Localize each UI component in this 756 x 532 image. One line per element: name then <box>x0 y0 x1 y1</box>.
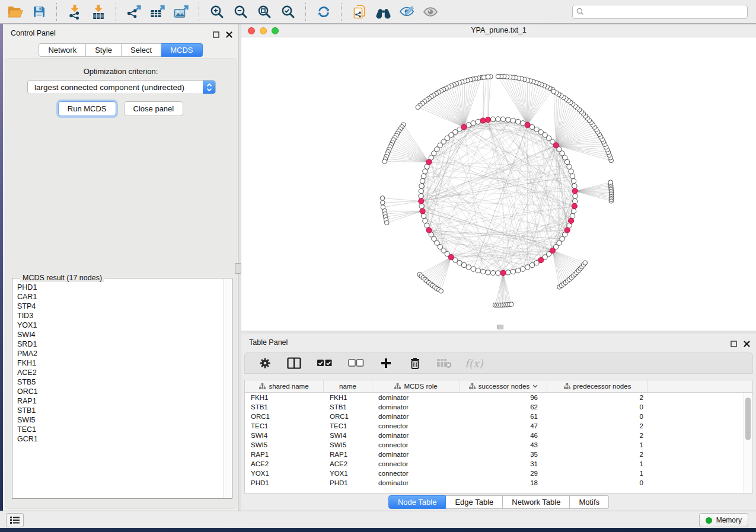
column-header-successor-nodes[interactable]: successor nodes <box>460 380 547 392</box>
list-item[interactable]: TID3 <box>17 311 224 321</box>
search-input[interactable] <box>572 5 748 19</box>
open-session-button[interactable] <box>4 2 27 21</box>
close-panel-button[interactable] <box>226 30 232 40</box>
close-panel-action-button[interactable]: Close panel <box>124 101 184 116</box>
tab-network-table[interactable]: Network Table <box>503 495 570 509</box>
cell-shared-name[interactable]: SWI5 <box>245 440 324 450</box>
criterion-select[interactable]: largest connected component (undirected) <box>27 80 216 94</box>
cell-successor-nodes[interactable]: 46 <box>460 431 547 440</box>
table-row[interactable]: ORC1ORC1dominator610 <box>245 412 752 421</box>
cell-shared-name[interactable]: SWI4 <box>245 431 324 440</box>
list-item[interactable]: ORC1 <box>17 387 224 396</box>
cell-successor-nodes[interactable]: 29 <box>460 469 547 478</box>
list-item[interactable]: SWI4 <box>17 330 224 339</box>
close-panel-button[interactable] <box>744 339 750 350</box>
cell-predecessor-nodes[interactable]: 0 <box>547 412 648 421</box>
cell-name[interactable]: ACE2 <box>324 459 372 469</box>
list-item[interactable]: PHD1 <box>17 283 224 292</box>
table-row[interactable]: STB1STB1dominator620 <box>245 402 752 412</box>
table-row[interactable]: TEC1TEC1connector472 <box>245 421 752 431</box>
cell-name[interactable]: TEC1 <box>324 421 372 431</box>
function-builder-button[interactable]: f(x) <box>465 357 483 370</box>
cell-name[interactable]: PHD1 <box>324 478 372 488</box>
cell-successor-nodes[interactable]: 62 <box>460 402 547 412</box>
cell-predecessor-nodes[interactable]: 1 <box>547 469 648 478</box>
list-item[interactable]: STB5 <box>17 377 224 387</box>
cell-name[interactable]: SWI5 <box>324 440 372 450</box>
export-table-button[interactable] <box>146 2 170 21</box>
cell-successor-nodes[interactable]: 61 <box>460 412 547 421</box>
list-item[interactable]: STB1 <box>17 406 224 415</box>
cell-successor-nodes[interactable]: 35 <box>460 450 547 459</box>
table-scrollbar-thumb[interactable] <box>745 398 751 440</box>
unselect-all-columns-button[interactable] <box>346 355 365 371</box>
cell-name[interactable]: FKH1 <box>324 393 372 402</box>
cell-shared-name[interactable]: ORC1 <box>245 412 324 421</box>
save-session-button[interactable] <box>27 2 51 21</box>
column-header-mcds-role[interactable]: MCDS role <box>372 380 460 392</box>
clone-network-button[interactable] <box>347 2 371 21</box>
cell-mcds-role[interactable]: dominator <box>372 393 460 402</box>
table-row[interactable]: RAP1RAP1dominator352 <box>245 450 752 459</box>
list-item[interactable]: GCR1 <box>17 434 224 444</box>
cell-mcds-role[interactable]: dominator <box>372 412 460 421</box>
cell-mcds-role[interactable]: dominator <box>372 450 460 459</box>
table-settings-button[interactable] <box>257 355 273 371</box>
refresh-layout-button[interactable] <box>312 2 336 21</box>
cell-predecessor-nodes[interactable]: 0 <box>547 402 648 412</box>
cell-mcds-role[interactable]: connector <box>372 440 460 450</box>
hide-selected-button[interactable] <box>395 2 419 21</box>
cell-name[interactable]: SWI4 <box>324 431 372 440</box>
cell-predecessor-nodes[interactable]: 2 <box>547 421 648 431</box>
list-item[interactable]: YOX1 <box>17 321 224 330</box>
tab-style[interactable]: Style <box>86 43 122 57</box>
cell-shared-name[interactable]: YOX1 <box>245 469 324 478</box>
table-row[interactable]: SWI4SWI4dominator462 <box>245 431 752 440</box>
float-panel-button[interactable] <box>213 30 219 40</box>
list-item[interactable]: STP4 <box>17 302 224 311</box>
list-item[interactable]: SRD1 <box>17 339 224 349</box>
import-network-button[interactable] <box>63 2 87 21</box>
create-column-button[interactable] <box>378 355 394 371</box>
zoom-out-button[interactable] <box>229 2 253 21</box>
cell-predecessor-nodes[interactable]: 1 <box>547 440 648 450</box>
tab-edge-table[interactable]: Edge Table <box>446 495 503 509</box>
table-row[interactable]: PHD1PHD1dominator180 <box>245 478 752 488</box>
list-item[interactable]: RAP1 <box>17 396 224 406</box>
cell-mcds-role[interactable]: dominator <box>372 431 460 440</box>
column-header-name[interactable]: name <box>324 380 372 392</box>
list-item[interactable]: TEC1 <box>17 425 224 434</box>
show-all-button[interactable] <box>419 2 442 21</box>
import-table-button[interactable] <box>87 2 110 21</box>
column-header-predecessor-nodes[interactable]: predecessor nodes <box>547 380 648 392</box>
memory-button[interactable]: Memory <box>699 513 748 527</box>
list-item[interactable]: FKH1 <box>17 358 224 368</box>
tab-node-table[interactable]: Node Table <box>388 495 446 509</box>
delete-column-button[interactable] <box>407 355 423 371</box>
export-image-button[interactable] <box>170 2 193 21</box>
tab-motifs[interactable]: Motifs <box>570 495 609 509</box>
network-graph[interactable] <box>241 37 756 331</box>
task-history-button[interactable] <box>6 513 24 527</box>
first-neighbors-button[interactable] <box>371 2 395 21</box>
tab-mcds[interactable]: MCDS <box>161 43 202 57</box>
cell-successor-nodes[interactable]: 47 <box>460 421 547 431</box>
table-row[interactable]: YOX1YOX1connector291 <box>245 469 752 478</box>
cell-shared-name[interactable]: ACE2 <box>245 459 324 469</box>
cell-name[interactable]: RAP1 <box>324 450 372 459</box>
cell-successor-nodes[interactable]: 18 <box>460 478 547 488</box>
cell-successor-nodes[interactable]: 96 <box>460 393 547 402</box>
cell-name[interactable]: YOX1 <box>324 469 372 478</box>
list-item[interactable]: PMA2 <box>17 349 224 358</box>
cell-mcds-role[interactable]: connector <box>372 469 460 478</box>
cell-predecessor-nodes[interactable]: 2 <box>547 431 648 440</box>
show-columns-button[interactable] <box>286 355 302 371</box>
network-canvas[interactable] <box>241 37 756 331</box>
float-panel-button[interactable] <box>731 339 737 350</box>
canvas-hscroll-thumb[interactable] <box>497 325 503 329</box>
list-scrollbar[interactable] <box>224 279 231 498</box>
table-row[interactable]: SWI5SWI5connector431 <box>245 440 752 450</box>
cell-predecessor-nodes[interactable]: 2 <box>547 393 648 402</box>
delete-table-button[interactable] <box>436 355 452 371</box>
cell-predecessor-nodes[interactable]: 0 <box>547 478 648 488</box>
